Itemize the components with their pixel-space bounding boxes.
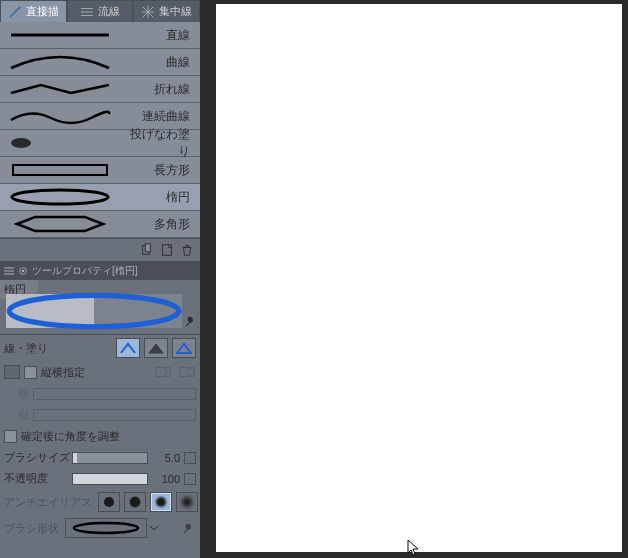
brush-size-value[interactable]: 5.0 (148, 452, 182, 464)
aspect-lock-checkbox[interactable] (24, 366, 37, 379)
svg-point-8 (22, 270, 25, 273)
svg-point-9 (9, 295, 178, 327)
aa-weak[interactable] (124, 492, 146, 512)
linefill-outline[interactable] (116, 338, 140, 358)
menu-icon[interactable] (4, 266, 14, 276)
subtool-curve[interactable]: 曲線 (0, 49, 200, 76)
svg-point-3 (12, 190, 108, 204)
prop-antialias: アンチエイリアス (0, 489, 200, 515)
opacity-slider[interactable] (72, 473, 148, 485)
ratio-icon-b (178, 364, 196, 380)
subtool-polygon[interactable]: 多角形 (0, 211, 200, 238)
expand-toggle[interactable] (4, 365, 20, 379)
ellipse-preview (6, 294, 182, 328)
subtool-label: 投げなわ塗り (120, 126, 200, 160)
subtool-rectangle[interactable]: 長方形 (0, 157, 200, 184)
wrench-icon[interactable] (184, 314, 198, 328)
svg-rect-6 (163, 245, 172, 256)
rotate-after-checkbox[interactable] (4, 430, 17, 443)
prop-line-fill: 線・塗り (0, 335, 200, 361)
tab-label: 流線 (98, 4, 120, 19)
wrench-icon[interactable] (182, 521, 196, 535)
prop-height: 縦 (0, 404, 200, 425)
subtool-label: 直線 (120, 27, 200, 44)
brush-size-dynamics[interactable] (184, 452, 196, 464)
tool-properties: 線・塗り 縦横指定 横 縦 (0, 335, 200, 558)
linefill-both[interactable] (172, 338, 196, 358)
clipboard-icon[interactable] (140, 243, 154, 257)
tab-focus-line[interactable]: 集中線 (133, 0, 200, 22)
ratio-icon-a (154, 364, 172, 380)
chevron-down-icon[interactable] (149, 523, 159, 533)
aa-none[interactable] (98, 492, 120, 512)
new-icon[interactable] (160, 243, 174, 257)
height-field (33, 409, 196, 421)
svg-point-13 (74, 523, 138, 533)
subtool-label: 連続曲線 (120, 108, 200, 125)
brush-size-slider[interactable] (72, 452, 148, 464)
subtool-label: 曲線 (120, 54, 200, 71)
canvas-area (200, 0, 628, 558)
svg-point-12 (187, 368, 194, 375)
brush-shape-dropdown[interactable] (65, 518, 147, 538)
svg-rect-10 (156, 368, 170, 377)
width-field (33, 388, 196, 400)
subtool-action-bar (0, 238, 200, 262)
prop-brush-shape: ブラシ形状 (0, 515, 200, 541)
tab-direct-draw[interactable]: 直接描 (0, 0, 67, 22)
subtool-label: 楕円 (120, 189, 200, 206)
tool-property-header: ツールプロパティ[楕円] (0, 262, 200, 280)
mouse-cursor (407, 539, 421, 558)
prop-opacity: 不透明度 100 (0, 468, 200, 489)
trash-icon[interactable] (180, 243, 194, 257)
subtool-label: 多角形 (120, 216, 200, 233)
tab-stream-line[interactable]: 流線 (67, 0, 134, 22)
subtool-lasso-fill[interactable]: 投げなわ塗り (0, 130, 200, 157)
subtool-label: 折れ線 (120, 81, 200, 98)
aa-strong[interactable] (176, 492, 198, 512)
subtool-tabs: 直接描 流線 集中線 (0, 0, 200, 22)
subtool-list: 直線 曲線 折れ線 連続曲線 投げなわ塗り 長方形 (0, 22, 200, 238)
panel-title: ツールプロパティ[楕円] (32, 264, 138, 278)
linefill-fill[interactable] (144, 338, 168, 358)
svg-rect-5 (145, 244, 150, 252)
subtool-line[interactable]: 直線 (0, 22, 200, 49)
opacity-value[interactable]: 100 (148, 473, 182, 485)
prop-rotate-after: 確定後に角度を調整 (0, 425, 200, 447)
svg-rect-2 (13, 165, 107, 175)
subtool-label: 長方形 (120, 162, 200, 179)
svg-point-1 (11, 138, 31, 148)
prop-width: 横 (0, 383, 200, 404)
subtool-ellipse[interactable]: 楕円 (0, 184, 200, 211)
tab-label: 集中線 (159, 4, 192, 19)
tab-label: 直接描 (26, 4, 59, 19)
gear-icon[interactable] (18, 266, 28, 276)
aa-medium[interactable] (150, 492, 172, 512)
prop-brush-size: ブラシサイズ 5.0 (0, 447, 200, 468)
opacity-dynamics[interactable] (184, 473, 196, 485)
prop-aspect-lock: 縦横指定 (0, 361, 200, 383)
subtool-polyline[interactable]: 折れ線 (0, 76, 200, 103)
canvas[interactable] (216, 4, 622, 552)
tool-preview-panel: 楕円 (0, 280, 200, 335)
